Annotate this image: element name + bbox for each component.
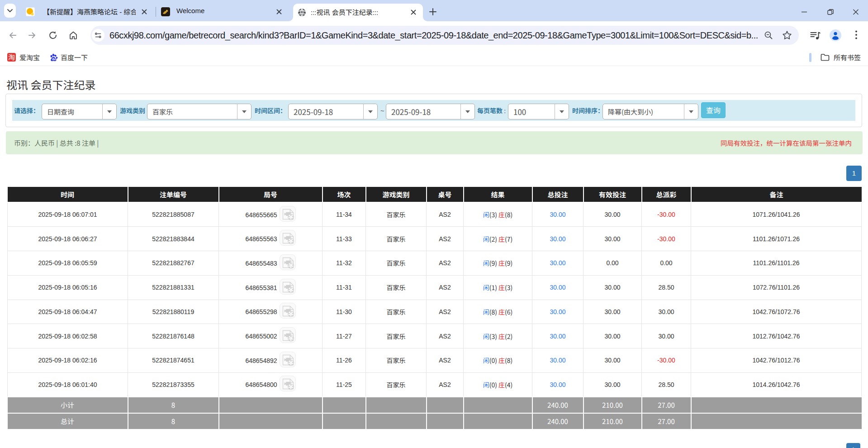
svg-text:淘: 淘	[8, 53, 15, 62]
svg-text:du: du	[52, 57, 56, 61]
